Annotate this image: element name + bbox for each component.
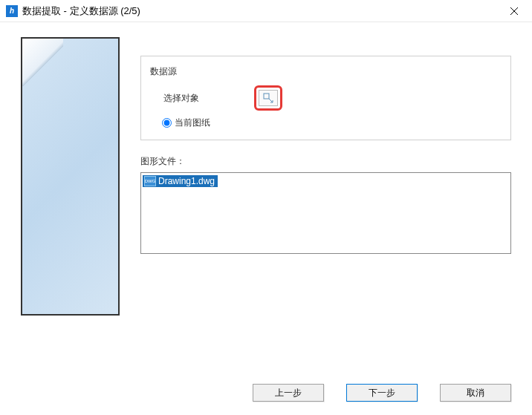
next-button[interactable]: 下一步 [346,384,418,402]
svg-rect-2 [264,94,269,99]
select-objects-row: 选择对象 [150,85,502,111]
current-drawing-row: 当前图纸 [150,117,502,129]
file-name: Drawing1.dwg [158,176,215,186]
right-pane: 数据源 选择对象 当前图纸 图形文件： [140,37,511,316]
title-bar: h 数据提取 - 定义数据源 (2/5) [0,0,532,22]
content-area: 数据源 选择对象 当前图纸 图形文件： [0,22,532,316]
list-item[interactable]: DWG Drawing1.dwg [143,175,218,187]
drawing-files-list[interactable]: DWG Drawing1.dwg [140,172,511,254]
preview-pane [21,37,120,316]
window-title: 数据提取 - 定义数据源 (2/5) [22,4,502,18]
prev-button[interactable]: 上一步 [253,384,324,402]
close-icon [510,7,518,15]
close-button[interactable] [502,0,526,22]
page-curl-icon [22,39,63,94]
cancel-button[interactable]: 取消 [440,384,511,402]
footer-buttons: 上一步 下一步 取消 [253,384,511,402]
data-source-group-title: 数据源 [150,65,502,78]
current-drawing-radio[interactable] [162,118,172,128]
app-icon: h [6,5,18,17]
drawing-files-label: 图形文件： [140,155,511,168]
select-objects-label: 选择对象 [150,92,254,105]
select-objects-button[interactable] [259,90,278,106]
current-drawing-label[interactable]: 当前图纸 [175,117,210,129]
dwg-file-icon: DWG [144,176,156,186]
data-source-group: 数据源 选择对象 当前图纸 [140,56,511,140]
select-objects-icon [263,93,273,103]
select-button-highlight [254,85,282,111]
